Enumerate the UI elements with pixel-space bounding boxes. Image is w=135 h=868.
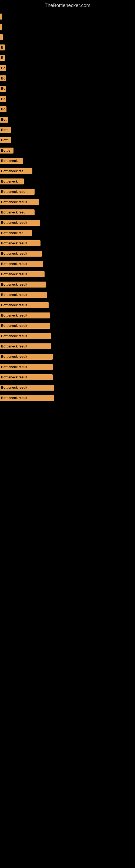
bar-37: Bottleneck result [0, 384, 54, 391]
bar-3 [0, 34, 3, 40]
bar-label-text-16: Bottleneck res [1, 169, 24, 173]
bar-35: Bottleneck result [0, 364, 53, 370]
bar-11: Bot [0, 117, 8, 123]
bar-13: Bottl [0, 137, 11, 143]
bar-22: Bottleneck res [0, 230, 32, 236]
bar-label-text-38: Bottleneck result [1, 396, 27, 400]
bar-label-text-18: Bottleneck resu [1, 190, 26, 194]
bar-label-text-30: Bottleneck result [1, 314, 27, 317]
bar-10: Bo [0, 106, 6, 112]
bar-19: Bottleneck result [0, 199, 39, 205]
bar-label-text-7: Bo [1, 76, 5, 80]
bar-label-text-17: Bottleneck [1, 180, 17, 183]
bar-26: Bottleneck result [0, 271, 45, 277]
bar-label-text-13: Bottl [1, 138, 8, 142]
bar-label-text-35: Bottleneck result [1, 365, 27, 369]
bar-label-text-27: Bottleneck result [1, 283, 27, 286]
bars-container: BBBoBoBoBoBoBotBottlBottlBottleBottlenec… [0, 10, 135, 407]
bar-15: Bottleneck [0, 158, 23, 164]
bar-16: Bottleneck res [0, 168, 32, 174]
bar-9: Bo [0, 96, 6, 102]
bar-label-text-22: Bottleneck res [1, 231, 24, 235]
bar-label-text-12: Bottl [1, 128, 8, 132]
bar-row: Bo [0, 64, 135, 72]
bar-row: Bottleneck result [0, 363, 135, 371]
bar-2 [0, 24, 2, 30]
bar-row: Bottl [0, 126, 135, 134]
bar-row: B [0, 54, 135, 62]
bar-row: Bottleneck res [0, 167, 135, 175]
bar-label-text-37: Bottleneck result [1, 386, 27, 390]
bar-18: Bottleneck resu [0, 189, 35, 195]
bar-7: Bo [0, 75, 6, 82]
bar-33: Bottleneck result [0, 343, 51, 349]
bar-row: Bottleneck result [0, 394, 135, 402]
bar-label-text-26: Bottleneck result [1, 272, 27, 276]
bar-row: Bottleneck result [0, 373, 135, 381]
bar-label-text-10: Bo [1, 107, 5, 111]
bar-17: Bottleneck [0, 179, 24, 184]
bar-row: Bottleneck resu [0, 208, 135, 216]
bar-24: Bottleneck result [0, 251, 42, 257]
bar-row [0, 12, 135, 21]
bar-28: Bottleneck result [0, 292, 47, 298]
bar-label-text-34: Bottleneck result [1, 355, 27, 359]
bar-row: Bottleneck result [0, 332, 135, 340]
bar-label-text-14: Bottle [1, 149, 10, 152]
bar-row: Bottleneck result [0, 342, 135, 350]
bar-23: Bottleneck result [0, 240, 41, 246]
bar-label-text-29: Bottleneck result [1, 303, 27, 307]
bar-label-text-6: Bo [1, 66, 5, 70]
bar-label-text-4: B [1, 45, 3, 50]
site-title: TheBottlenecker.com [0, 0, 135, 10]
bar-label-text-31: Bottleneck result [1, 324, 27, 328]
bar-row: Bottleneck result [0, 250, 135, 258]
bar-row: Bottleneck result [0, 270, 135, 278]
bar-row: Bottleneck result [0, 198, 135, 206]
bar-label-text-19: Bottleneck result [1, 200, 27, 204]
bar-row: Bottleneck result [0, 260, 135, 268]
bar-32: Bottleneck result [0, 333, 51, 339]
bar-row: Bot [0, 116, 135, 124]
bar-row: Bottleneck [0, 157, 135, 165]
bar-21: Bottleneck result [0, 220, 40, 226]
bar-row: Bo [0, 105, 135, 113]
bar-row: B [0, 43, 135, 52]
bar-row: Bottle [0, 147, 135, 155]
bar-row: Bo [0, 74, 135, 83]
bar-27: Bottleneck result [0, 282, 46, 287]
bar-row: Bottleneck result [0, 311, 135, 319]
bar-row: Bottleneck result [0, 301, 135, 309]
bar-row: Bottleneck resu [0, 188, 135, 196]
bar-label-text-36: Bottleneck result [1, 375, 27, 379]
bar-20: Bottleneck resu [0, 209, 35, 215]
bar-4: B [0, 44, 5, 51]
bar-row: Bottleneck result [0, 219, 135, 227]
bar-36: Bottleneck result [0, 374, 53, 380]
bar-label-text-33: Bottleneck result [1, 344, 27, 348]
bar-25: Bottleneck result [0, 261, 43, 267]
bar-label-text-32: Bottleneck result [1, 334, 27, 338]
bar-label-text-28: Bottleneck result [1, 293, 27, 297]
bar-row: Bottleneck result [0, 383, 135, 392]
bar-label-text-5: B [1, 56, 3, 60]
bar-row: Bottl [0, 136, 135, 144]
bar-12: Bottl [0, 127, 11, 133]
bar-1 [0, 13, 2, 20]
bar-row: Bottleneck result [0, 280, 135, 289]
bar-34: Bottleneck result [0, 354, 53, 360]
bar-30: Bottleneck result [0, 312, 50, 318]
bar-29: Bottleneck result [0, 302, 49, 308]
bar-row: Bo [0, 85, 135, 93]
bar-14: Bottle [0, 148, 13, 154]
bar-label-text-8: Bo [1, 87, 5, 91]
bar-label-text-11: Bot [1, 118, 6, 122]
bar-row: Bottleneck [0, 177, 135, 186]
bar-38: Bottleneck result [0, 395, 54, 401]
bar-label-text-23: Bottleneck result [1, 241, 27, 245]
bar-label-text-15: Bottleneck [1, 159, 17, 163]
bar-row: Bottleneck result [0, 322, 135, 330]
bar-label-text-24: Bottleneck result [1, 252, 27, 255]
bar-8: Bo [0, 86, 6, 92]
bar-label-text-25: Bottleneck result [1, 262, 27, 266]
